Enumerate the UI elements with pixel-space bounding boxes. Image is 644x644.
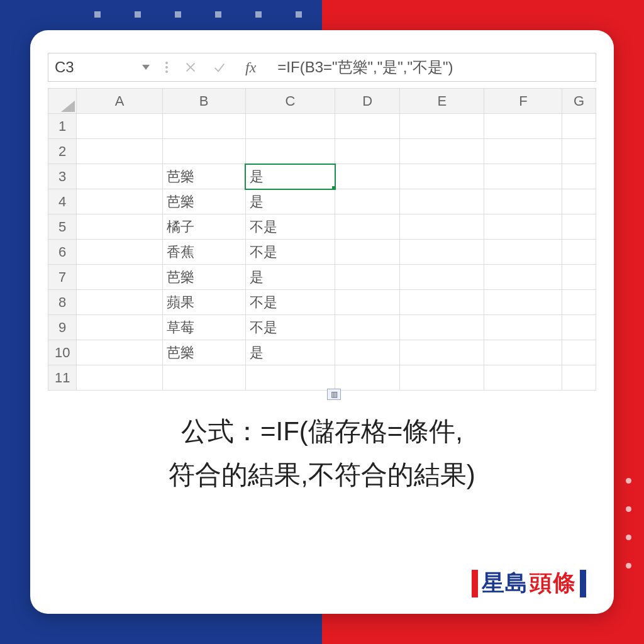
cell-D1[interactable]	[335, 114, 400, 139]
cell-E3[interactable]	[400, 164, 484, 189]
cell-F9[interactable]	[484, 315, 562, 340]
cell-C5[interactable]: 不是	[245, 214, 335, 240]
cell-E11[interactable]	[400, 365, 484, 391]
cell-A11[interactable]	[77, 365, 162, 391]
cell-C1[interactable]	[245, 114, 335, 139]
cell-F2[interactable]	[484, 139, 562, 164]
cell-B2[interactable]	[162, 139, 245, 164]
cell-C4[interactable]: 是	[245, 189, 335, 214]
cell-F5[interactable]	[484, 214, 562, 240]
col-header[interactable]: B	[162, 89, 245, 114]
name-box[interactable]: C3	[48, 53, 156, 82]
cell-B1[interactable]	[162, 114, 245, 139]
cell-F10[interactable]	[484, 340, 562, 365]
cell-A4[interactable]	[77, 189, 162, 214]
cell-F8[interactable]	[484, 290, 562, 315]
cell-G1[interactable]	[562, 114, 596, 139]
cell-B4[interactable]: 芭樂	[162, 189, 245, 214]
cell-D2[interactable]	[335, 139, 400, 164]
cell-D9[interactable]	[335, 315, 400, 340]
cell-C8[interactable]: 不是	[245, 290, 335, 315]
cell-B7[interactable]: 芭樂	[162, 265, 245, 290]
cell-A3[interactable]	[77, 164, 162, 189]
cell-E2[interactable]	[400, 139, 484, 164]
cell-G3[interactable]	[562, 164, 596, 189]
cell-D8[interactable]	[335, 290, 400, 315]
cell-D3[interactable]	[335, 164, 400, 189]
cell-G6[interactable]	[562, 240, 596, 265]
row-header[interactable]: 10	[48, 340, 77, 365]
cell-C7[interactable]: 是	[245, 265, 335, 290]
cell-A7[interactable]	[77, 265, 162, 290]
col-header[interactable]: D	[335, 89, 400, 114]
cell-C6[interactable]: 不是	[245, 240, 335, 265]
cell-E5[interactable]	[400, 214, 484, 240]
cell-D6[interactable]	[335, 240, 400, 265]
cell-C11[interactable]	[245, 365, 335, 391]
cell-F3[interactable]	[484, 164, 562, 189]
cancel-icon[interactable]	[184, 60, 197, 74]
cell-F4[interactable]	[484, 189, 562, 214]
cell-F11[interactable]	[484, 365, 562, 391]
cell-C9[interactable]: 不是	[245, 315, 335, 340]
cell-A8[interactable]	[77, 290, 162, 315]
cell-B3[interactable]: 芭樂	[162, 164, 245, 189]
formula-input[interactable]: =IF(B3="芭樂","是","不是")	[269, 53, 596, 82]
cell-G7[interactable]	[562, 265, 596, 290]
row-header[interactable]: 1	[48, 114, 77, 139]
cell-E9[interactable]	[400, 315, 484, 340]
cell-G11[interactable]	[562, 365, 596, 391]
cell-G5[interactable]	[562, 214, 596, 240]
cell-C3[interactable]: 是	[245, 164, 335, 189]
col-header[interactable]: C	[245, 89, 335, 114]
cell-D11[interactable]	[335, 365, 400, 391]
cell-C10[interactable]: 是	[245, 340, 335, 365]
cell-A9[interactable]	[77, 315, 162, 340]
enter-check-icon[interactable]	[213, 60, 226, 74]
col-header[interactable]: G	[562, 89, 596, 114]
cell-E7[interactable]	[400, 265, 484, 290]
cell-D7[interactable]	[335, 265, 400, 290]
cell-A6[interactable]	[77, 240, 162, 265]
autofill-options-icon[interactable]: ▥	[327, 389, 341, 400]
spreadsheet-grid[interactable]: A B C D E F G 123芭樂是4芭樂是5橘子不是6香蕉不是7芭樂是8蘋…	[48, 88, 596, 391]
cell-G8[interactable]	[562, 290, 596, 315]
cell-A10[interactable]	[77, 340, 162, 365]
row-header[interactable]: 8	[48, 290, 77, 315]
row-header[interactable]: 11	[48, 365, 77, 391]
cell-B6[interactable]: 香蕉	[162, 240, 245, 265]
cell-D4[interactable]	[335, 189, 400, 214]
select-all-corner[interactable]	[48, 89, 77, 114]
row-header[interactable]: 3	[48, 164, 77, 189]
cell-E4[interactable]	[400, 189, 484, 214]
cell-G2[interactable]	[562, 139, 596, 164]
cell-B10[interactable]: 芭樂	[162, 340, 245, 365]
cell-E6[interactable]	[400, 240, 484, 265]
row-header[interactable]: 2	[48, 139, 77, 164]
cell-B8[interactable]: 蘋果	[162, 290, 245, 315]
cell-E8[interactable]	[400, 290, 484, 315]
row-header[interactable]: 4	[48, 189, 77, 214]
cell-C2[interactable]	[245, 139, 335, 164]
cell-G10[interactable]	[562, 340, 596, 365]
cell-G9[interactable]	[562, 315, 596, 340]
cell-B9[interactable]: 草莓	[162, 315, 245, 340]
cell-B5[interactable]: 橘子	[162, 214, 245, 240]
row-header[interactable]: 6	[48, 240, 77, 265]
fx-icon[interactable]: fx	[242, 59, 260, 76]
cell-E1[interactable]	[400, 114, 484, 139]
row-header[interactable]: 9	[48, 315, 77, 340]
cell-D5[interactable]	[335, 214, 400, 240]
row-header[interactable]: 5	[48, 214, 77, 240]
cell-G4[interactable]	[562, 189, 596, 214]
cell-A5[interactable]	[77, 214, 162, 240]
cell-A2[interactable]	[77, 139, 162, 164]
cell-D10[interactable]	[335, 340, 400, 365]
cell-F1[interactable]	[484, 114, 562, 139]
row-header[interactable]: 7	[48, 265, 77, 290]
cell-A1[interactable]	[77, 114, 162, 139]
cell-F6[interactable]	[484, 240, 562, 265]
cell-F7[interactable]	[484, 265, 562, 290]
col-header[interactable]: F	[484, 89, 562, 114]
col-header[interactable]: A	[77, 89, 162, 114]
